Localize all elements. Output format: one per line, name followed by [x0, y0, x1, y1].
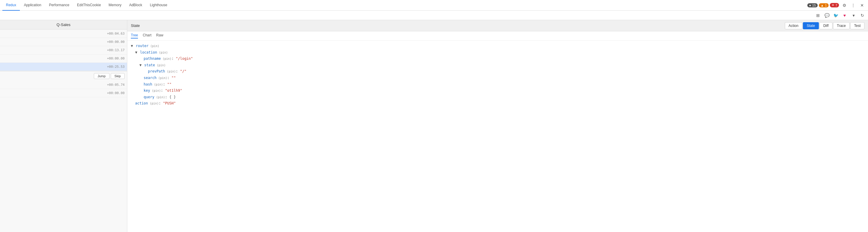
tree-row-router: ▼ router (pin) — [131, 43, 864, 49]
val-prevpath: "/" — [180, 68, 187, 75]
heart-icon[interactable]: ♥ — [841, 12, 848, 19]
app-title: Q-Sales — [0, 20, 127, 30]
pin-pathname: (pin) — [161, 56, 172, 62]
tree-row-prevpath: prevPath (pin) : "/" — [131, 68, 864, 75]
list-item[interactable]: +00:00.00 — [0, 55, 127, 63]
pin-location: (pin) — [157, 50, 168, 55]
view-tabs: Tree Chart Raw — [127, 31, 868, 40]
twitter-icon[interactable]: 🐦 — [833, 12, 839, 19]
tree-content: ▼ router (pin) ▼ location (pin) pathname… — [127, 40, 868, 232]
tab-lighthouse[interactable]: Lighthouse — [146, 0, 171, 11]
nav-right: ● 15 ▲ 1 ✕ 7 ⚙ ⋮ ✕ — [807, 2, 866, 9]
key-state: state — [144, 62, 155, 69]
view-tab-chart[interactable]: Chart — [143, 33, 151, 38]
tab-action[interactable]: Action — [785, 22, 802, 29]
state-header: State Action State Diff Trace Test — [127, 20, 868, 31]
pin-key: (pin) — [150, 88, 161, 94]
tree-row-key: key (pin) : "ot1lh9" — [131, 88, 864, 94]
right-panel: State Action State Diff Trace Test Tree … — [127, 20, 868, 232]
tree-row-query: query (pin) : { } — [131, 94, 864, 101]
list-item[interactable]: +00:25.53 — [0, 63, 127, 71]
close-icon[interactable]: ✕ — [859, 2, 866, 9]
key-query: query — [144, 94, 154, 101]
action-time: +00:00.00 — [107, 91, 125, 95]
key-key: key — [144, 88, 150, 94]
tab-application[interactable]: Application — [21, 0, 45, 11]
list-item[interactable]: +00:00.00 — [0, 89, 127, 97]
pin-action: (pin) — [148, 101, 159, 106]
val-key: "ot1lh9" — [165, 88, 182, 94]
pin-query: (pin) — [154, 95, 165, 100]
more-icon[interactable]: ⋮ — [850, 2, 857, 9]
tab-memory[interactable]: Memory — [105, 0, 125, 11]
action-time: +00:00.00 — [107, 57, 125, 60]
val-pathname: "/login" — [176, 56, 193, 62]
key-router: router — [135, 43, 148, 49]
list-item[interactable]: +00:04.63 — [0, 30, 127, 38]
tree-row-hash: hash (pin) : "" — [131, 81, 864, 88]
list-item[interactable]: +00:13.17 — [0, 46, 127, 55]
action-time: +00:13.17 — [107, 48, 125, 52]
badge-1: ▲ 1 — [819, 3, 829, 7]
tab-diff[interactable]: Diff — [819, 22, 833, 29]
arrow-router[interactable]: ▼ — [131, 43, 135, 49]
action-time: +00:05.74 — [107, 83, 125, 87]
view-tab-raw[interactable]: Raw — [156, 33, 163, 38]
view-tab-tree[interactable]: Tree — [131, 33, 138, 38]
key-hash: hash — [144, 81, 152, 88]
tab-redux[interactable]: Redux — [2, 0, 20, 11]
key-pathname: pathname — [144, 56, 161, 62]
action-controls: Jump Skip — [0, 71, 127, 81]
dropdown-icon[interactable]: ▾ — [850, 12, 857, 19]
chat-icon[interactable]: 💬 — [824, 12, 830, 19]
tree-row-pathname: pathname (pin) : "/login" — [131, 56, 864, 62]
secondary-toolbar: ⊞ 💬 🐦 ♥ ▾ ↻ — [0, 11, 868, 20]
layout-icon[interactable]: ⊞ — [815, 12, 821, 19]
tree-row-location: ▼ location (pin) — [131, 49, 864, 56]
tab-trace[interactable]: Trace — [833, 22, 850, 29]
key-location: location — [140, 49, 157, 56]
list-item[interactable]: +00:05.74 — [0, 81, 127, 89]
tree-row-state: ▼ state (pin) — [131, 62, 864, 69]
arrow-location[interactable]: ▼ — [135, 49, 139, 56]
action-time: +00:25.53 — [107, 65, 125, 69]
left-panel: Q-Sales +00:04.63 +00:00.00 +00:13.17 +0… — [0, 20, 127, 232]
action-time: +00:00.00 — [107, 40, 125, 44]
action-list: +00:04.63 +00:00.00 +00:13.17 +00:00.00 … — [0, 30, 127, 232]
tab-state[interactable]: State — [803, 22, 819, 29]
tab-performance[interactable]: Performance — [45, 0, 73, 11]
arrow-state[interactable]: ▼ — [140, 62, 144, 69]
tree-row-action: action (pin) : "PUSH" — [131, 100, 864, 107]
tree-row-search: search (pin) : "" — [131, 75, 864, 81]
badge-15: ● 15 — [807, 3, 818, 7]
badge-7: ✕ 7 — [830, 3, 839, 7]
key-search: search — [144, 75, 156, 81]
refresh-icon[interactable]: ↻ — [859, 12, 866, 19]
state-title: State — [131, 23, 140, 28]
val-hash: "" — [167, 81, 172, 88]
pin-prevpath: (pin) — [165, 69, 176, 74]
settings-icon[interactable]: ⚙ — [841, 2, 848, 9]
val-query: { } — [169, 94, 176, 101]
tab-test[interactable]: Test — [850, 22, 864, 29]
val-action: "PUSH" — [163, 100, 176, 107]
pin-search: (pin) — [157, 75, 167, 81]
key-prevpath: prevPath — [148, 68, 165, 75]
pin-hash: (pin) — [152, 82, 163, 87]
jump-button[interactable]: Jump — [94, 73, 110, 79]
top-nav: Redux Application Performance EditThisCo… — [0, 0, 868, 11]
pin-router: (pin) — [149, 43, 159, 49]
list-item[interactable]: +00:00.00 — [0, 38, 127, 46]
val-search: "" — [172, 75, 176, 81]
skip-button[interactable]: Skip — [111, 73, 125, 79]
pin-state: (pin) — [155, 63, 165, 68]
badge-group: ● 15 ▲ 1 ✕ 7 — [807, 3, 839, 7]
tab-adblock[interactable]: AdBlock — [126, 0, 146, 11]
main-layout: Q-Sales +00:04.63 +00:00.00 +00:13.17 +0… — [0, 20, 868, 232]
tab-editthiscookie[interactable]: EditThisCookie — [73, 0, 104, 11]
state-tabs: Action State Diff Trace Test — [785, 22, 864, 29]
action-time: +00:04.63 — [107, 32, 125, 35]
key-action: action — [135, 100, 148, 107]
